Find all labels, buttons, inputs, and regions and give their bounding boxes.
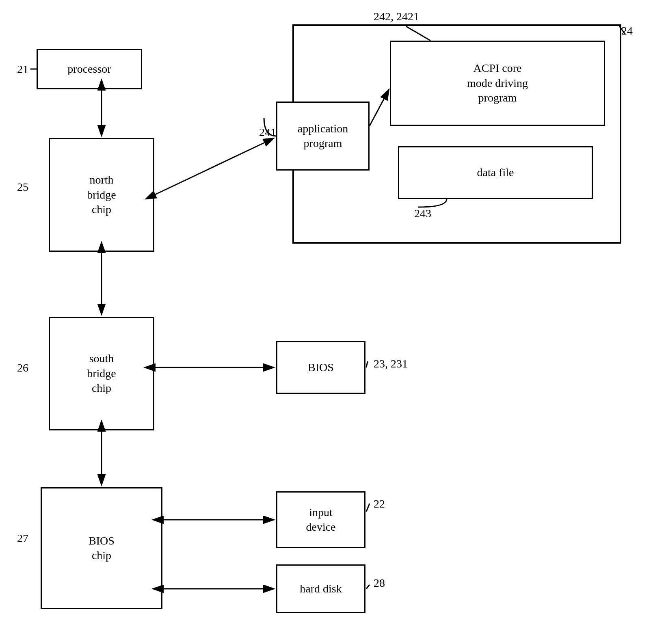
south-bridge-box: southbridgechip bbox=[49, 317, 154, 430]
hard-disk-box: hard disk bbox=[276, 564, 365, 613]
northbridge-to-app-arrow bbox=[154, 138, 274, 195]
ref-25: 25 bbox=[17, 181, 28, 194]
north-bridge-label: northbridgechip bbox=[87, 173, 116, 217]
input-device-label: inputdevice bbox=[306, 505, 335, 535]
bios-chip-label: BIOSchip bbox=[89, 534, 115, 563]
bios-label: BIOS bbox=[308, 360, 334, 375]
south-bridge-label: southbridgechip bbox=[87, 351, 116, 395]
bios-chip-box: BIOSchip bbox=[41, 487, 162, 609]
ref-24: 24 bbox=[621, 24, 633, 37]
processor-label: processor bbox=[67, 62, 111, 76]
ref-23: 23, 231 bbox=[374, 357, 408, 370]
hard-disk-label: hard disk bbox=[300, 581, 342, 596]
ref23-leader bbox=[366, 361, 368, 367]
ref-22: 22 bbox=[374, 497, 385, 510]
ref-243: 243 bbox=[414, 207, 431, 220]
ref-21: 21 bbox=[17, 63, 28, 76]
ref28-leader bbox=[366, 585, 370, 589]
bios-box: BIOS bbox=[276, 341, 365, 394]
acpi-label: ACPI coremode drivingprogram bbox=[467, 61, 528, 105]
data-file-label: data file bbox=[477, 165, 514, 180]
data-file-box: data file bbox=[398, 146, 593, 199]
input-device-box: inputdevice bbox=[276, 491, 365, 548]
acpi-box: ACPI coremode drivingprogram bbox=[390, 41, 605, 126]
ref-26: 26 bbox=[17, 361, 28, 374]
processor-box: processor bbox=[37, 49, 142, 89]
application-box: applicationprogram bbox=[276, 102, 370, 171]
ref-242: 242, 2421 bbox=[374, 10, 419, 23]
ref22-leader bbox=[366, 504, 370, 512]
ref-28: 28 bbox=[374, 577, 385, 590]
application-label: applicationprogram bbox=[298, 121, 348, 151]
north-bridge-box: northbridgechip bbox=[49, 138, 154, 252]
ref-241: 241 bbox=[259, 126, 276, 139]
ref-27: 27 bbox=[17, 532, 28, 545]
